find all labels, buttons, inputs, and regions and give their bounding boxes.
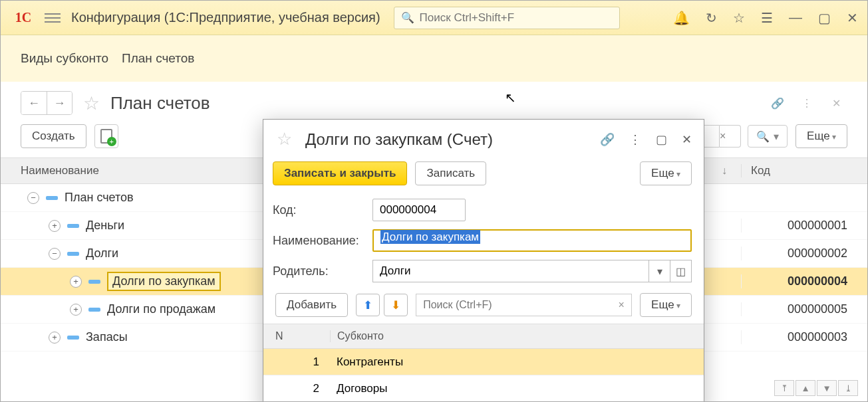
hamburger-icon[interactable] — [45, 10, 61, 26]
scroll-bottom-icon[interactable]: ⤓ — [838, 380, 858, 396]
node-label: План счетов — [65, 191, 134, 205]
scroll-buttons: ⤒ ▲ ▼ ⤓ — [774, 380, 858, 396]
logo-1c: 1C — [7, 8, 39, 28]
parent-open-icon[interactable]: ◫ — [670, 260, 692, 282]
sub-col-n[interactable]: N — [263, 330, 330, 342]
more-vert-icon[interactable]: ⋮ — [796, 92, 818, 114]
dialog-more-icon[interactable]: ⋮ — [629, 132, 641, 147]
link-icon[interactable]: 🔗 — [766, 92, 789, 114]
search-icon: 🔍 — [401, 11, 414, 24]
back-button[interactable]: ← — [21, 92, 47, 114]
titlebar-icons: 🔔 ↻ ☆ ☰ — ▢ ✕ — [673, 10, 861, 26]
maximize-icon[interactable]: ▢ — [818, 10, 831, 26]
clear-search-button[interactable]: × — [720, 125, 741, 148]
dialog-title: Долги по закупкам (Счет) — [305, 130, 591, 149]
col-header-code[interactable]: Код — [741, 164, 867, 177]
scroll-down-icon[interactable]: ▼ — [817, 380, 837, 396]
folder-icon — [88, 280, 100, 284]
title-bar: 1C Конфигурация (1С:Предприятие, учебная… — [1, 1, 867, 35]
name-label: Наименование: — [273, 234, 366, 248]
node-label: Запасы — [86, 330, 128, 344]
dialog-close-icon[interactable]: ✕ — [682, 132, 692, 147]
name-input-selection: Долги по закупкам — [380, 230, 480, 244]
subkonto-row[interactable]: 1 Контрагенты — [263, 349, 704, 375]
expander-icon[interactable]: − — [49, 248, 61, 260]
form-row-parent: Родитель: Долги ▾ ◫ — [263, 256, 704, 286]
folder-icon — [67, 252, 79, 256]
global-search[interactable]: 🔍 — [394, 7, 620, 29]
subkonto-search-clear[interactable]: × — [611, 299, 631, 311]
node-code: 000000004 — [741, 274, 867, 288]
col-sort-indicator[interactable]: ↓ — [708, 165, 741, 177]
scroll-up-icon[interactable]: ▲ — [796, 380, 815, 396]
sub-row-s: Контрагенты — [330, 355, 704, 369]
name-input[interactable]: Долги по закупкам — [372, 229, 692, 252]
more-button[interactable]: Еще — [796, 124, 847, 148]
list-title-bar: ← → ☆ План счетов 🔗 ⋮ ✕ — [1, 82, 867, 124]
form-row-name: Наименование: Долги по закупкам — [263, 225, 704, 256]
search-dropdown-button[interactable]: 🔍▾ — [748, 125, 788, 148]
code-label: Код: — [273, 203, 366, 217]
create-folder-button[interactable] — [94, 124, 118, 148]
save-close-button[interactable]: Записать и закрыть — [273, 161, 407, 185]
forward-button[interactable]: → — [47, 92, 72, 114]
expander-icon[interactable]: + — [49, 332, 61, 344]
scroll-top-icon[interactable]: ⤒ — [774, 380, 794, 396]
nav-row: Виды субконто План счетов — [1, 35, 867, 82]
folder-icon — [46, 196, 58, 200]
move-up-button[interactable]: ⬆ — [356, 294, 380, 316]
parent-dropdown-icon[interactable]: ▾ — [649, 260, 670, 282]
doc-plus-icon — [100, 129, 112, 144]
sub-col-s[interactable]: Субконто — [330, 330, 704, 342]
page-title: План счетов — [110, 93, 210, 114]
close-tab-icon[interactable]: ✕ — [825, 92, 847, 114]
subkonto-row[interactable]: 2 Договоры — [263, 375, 704, 402]
sub-row-n: 1 — [263, 355, 330, 369]
sub-row-n: 2 — [263, 382, 330, 395]
subkonto-search[interactable]: × — [416, 294, 632, 316]
move-down-button[interactable]: ⬇ — [384, 294, 408, 316]
subkonto-search-input[interactable] — [416, 299, 611, 311]
close-icon[interactable]: ✕ — [847, 10, 858, 26]
node-code: 000000001 — [741, 219, 867, 233]
account-dialog: ☆ Долги по закупкам (Счет) 🔗 ⋮ ▢ ✕ Запис… — [263, 119, 704, 402]
dialog-more-button[interactable]: Еще — [640, 161, 692, 185]
filter-icon[interactable]: ☰ — [761, 10, 773, 26]
expander-icon[interactable]: + — [49, 220, 61, 232]
dialog-maximize-icon[interactable]: ▢ — [656, 132, 667, 147]
subkonto-table-head: N Субконто — [263, 324, 704, 349]
favorite-star-icon[interactable]: ☆ — [83, 92, 100, 114]
sub-row-s: Договоры — [330, 382, 704, 395]
subkonto-more-button[interactable]: Еще — [640, 293, 692, 317]
expander-icon[interactable]: + — [70, 276, 82, 288]
minimize-icon[interactable]: — — [789, 10, 802, 25]
reorder-buttons: ⬆ ⬇ — [356, 294, 408, 316]
star-icon[interactable]: ☆ — [733, 10, 745, 26]
main-area: ← → ☆ План счетов 🔗 ⋮ ✕ Создать × 🔍▾ Еще… — [1, 82, 867, 401]
node-code: 000000002 — [741, 247, 867, 260]
search-icon: 🔍 — [756, 130, 770, 143]
folder-icon — [67, 224, 79, 228]
create-button[interactable]: Создать — [21, 124, 86, 148]
save-button[interactable]: Записать — [415, 161, 486, 185]
form-row-code: Код: — [263, 195, 704, 225]
node-label: Долги — [86, 247, 118, 260]
node-label: Долги по закупкам — [107, 272, 221, 291]
bell-icon[interactable]: 🔔 — [673, 10, 690, 26]
nav-item-subkonto[interactable]: Виды субконто — [21, 51, 108, 66]
node-code: 000000003 — [741, 330, 867, 344]
node-label: Деньги — [86, 219, 124, 233]
dialog-star-icon[interactable]: ☆ — [277, 129, 292, 150]
parent-value[interactable]: Долги — [372, 260, 649, 282]
nav-item-plan[interactable]: План счетов — [122, 51, 194, 66]
dialog-link-icon[interactable]: 🔗 — [600, 132, 615, 147]
node-label: Долги по продажам — [107, 302, 216, 316]
global-search-input[interactable] — [420, 11, 613, 25]
parent-field: Долги ▾ ◫ — [372, 260, 692, 282]
expander-icon[interactable]: − — [27, 192, 39, 204]
expander-icon[interactable]: + — [70, 304, 82, 316]
code-input[interactable] — [372, 199, 466, 221]
add-row-button[interactable]: Добавить — [275, 293, 348, 317]
history-icon[interactable]: ↻ — [706, 10, 717, 26]
folder-icon — [67, 336, 79, 340]
